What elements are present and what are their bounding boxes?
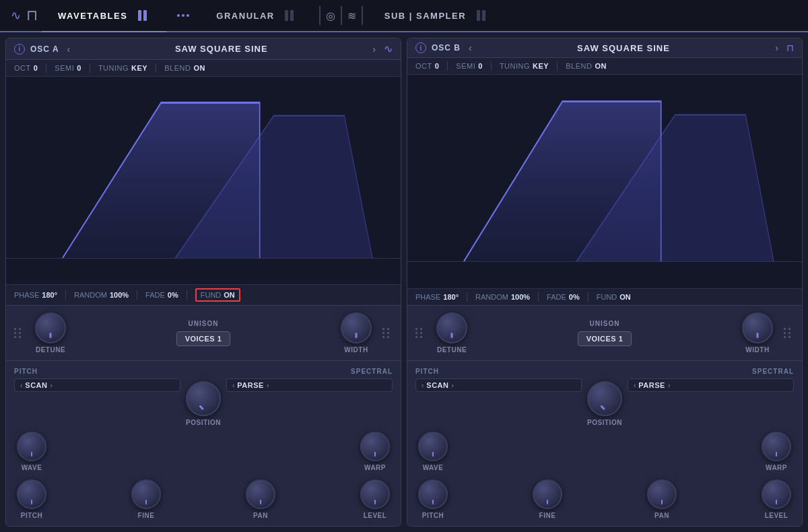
osc-a-prev-arrow[interactable]: ‹ — [65, 44, 73, 55]
osc-b-tuning-value[interactable]: KEY — [533, 62, 549, 70]
osc-a-detune-knob[interactable] — [35, 312, 66, 343]
osc-a-voices-btn[interactable]: VOICES 1 — [176, 331, 231, 346]
svg-point-0 — [177, 14, 180, 17]
osc-a-warp-knob[interactable] — [360, 432, 390, 461]
osc-b-detune-knob[interactable] — [436, 312, 467, 343]
osc-b-position-knob[interactable] — [587, 381, 622, 416]
osc-a-level-container: LEVEL — [360, 479, 390, 519]
osc-b-next-arrow[interactable]: › — [772, 42, 781, 53]
wf-divider — [65, 290, 66, 300]
osc-a-waveform-display — [6, 77, 401, 284]
osc-b-oct-label: OCT — [415, 62, 432, 70]
granular-pause-btn[interactable] — [281, 9, 298, 22]
tab-wavetables-label: WAVETABLES — [58, 11, 127, 21]
osc-a-fine-knob[interactable] — [131, 479, 161, 509]
osc-a-fund-param-highlighted[interactable]: FUND ON — [195, 288, 240, 302]
top-nav: ∿ ⊓ WAVETABLES GRANULAR ◎ ≋ SUB | SAMPLE… — [0, 0, 808, 32]
osc-b-phase-value[interactable]: 180° — [443, 293, 459, 301]
osc-a-position-container: POSITION — [186, 381, 221, 426]
osc-b-level-knob[interactable] — [762, 479, 791, 509]
osc-b-params-row: OCT 0 SEMI 0 TUNING KEY BLEND ON — [407, 58, 802, 75]
osc-b-pan-container: PAN — [647, 479, 677, 519]
osc-a-blend-value[interactable]: ON — [193, 64, 205, 72]
osc-a-next-arrow[interactable]: › — [370, 44, 378, 55]
osc-b-spectral-name: PARSE — [638, 381, 665, 389]
osc-a-random-value[interactable]: 100% — [110, 291, 129, 299]
osc-b-drag-handle-right[interactable] — [784, 328, 791, 338]
osc-b-prev-arrow[interactable]: ‹ — [466, 42, 475, 53]
osc-b-width-knob[interactable] — [742, 312, 773, 343]
osc-b-oct-value[interactable]: 0 — [435, 62, 440, 70]
osc-a-pitch-knob[interactable] — [17, 479, 46, 509]
osc-b-blend-param: BLEND ON — [566, 62, 607, 70]
osc-b-fund-param[interactable]: FUND ON — [597, 293, 631, 301]
osc-b-random-value[interactable]: 100% — [511, 293, 530, 301]
osc-b-preset-name: SAW SQUARE SINE — [480, 43, 768, 53]
osc-a-oct-value[interactable]: 0 — [34, 64, 38, 72]
osc-b-voices-btn[interactable]: VOICES 1 — [578, 331, 632, 346]
osc-a-semi-value[interactable]: 0 — [77, 64, 81, 72]
osc-b-panel: i OSC B ‹ SAW SQUARE SINE › ⊓ OCT 0 SEMI… — [407, 38, 803, 527]
osc-b-warp-knob[interactable] — [762, 432, 791, 461]
osc-a-pitch-spectral-row: PITCH ‹ SCAN › POSITION — [14, 368, 393, 426]
osc-b-spectral-header: SPECTRAL — [628, 368, 794, 375]
tab-granular[interactable]: GRANULAR — [200, 0, 313, 31]
wf-divider — [588, 292, 588, 302]
tab-wavetables[interactable]: WAVETABLES — [42, 0, 166, 31]
osc-a-blend-param: BLEND ON — [164, 64, 205, 72]
osc-a-level-label: LEVEL — [364, 512, 387, 519]
osc-b-phase-label: PHASE — [415, 293, 440, 301]
osc-a-pan-knob[interactable] — [246, 479, 275, 509]
osc-b-pan-knob[interactable] — [647, 479, 677, 509]
osc-b-blend-value[interactable]: ON — [595, 62, 607, 70]
osc-b-fade-value[interactable]: 0% — [569, 293, 580, 301]
osc-a-spectral-selector[interactable]: ‹ PARSE › — [226, 378, 393, 392]
osc-a-spectral-header: SPECTRAL — [226, 368, 393, 375]
osc-a-pitch-next-arrow: › — [50, 382, 53, 389]
osc-b-label: OSC B — [432, 43, 461, 53]
osc-b-info-icon[interactable]: i — [415, 42, 426, 53]
osc-a-wave-knob[interactable] — [17, 432, 46, 461]
osc-b-pitch-knob[interactable] — [418, 479, 448, 509]
osc-a-position-label: POSITION — [186, 419, 221, 426]
osc-b-semi-value[interactable]: 0 — [478, 62, 483, 70]
osc-a-waveform-svg — [6, 77, 401, 284]
osc-a-wave-params: PHASE 180° RANDOM 100% FADE 0% FUND ON — [6, 284, 401, 305]
osc-a-info-icon[interactable]: i — [14, 44, 25, 55]
osc-a-tuning-value[interactable]: KEY — [131, 64, 147, 72]
sine-wave-icon[interactable]: ∿ — [11, 8, 21, 23]
osc-b-wave-container: WAVE — [418, 432, 448, 471]
osc-b-spectral-title: SPECTRAL — [752, 368, 794, 375]
osc-b-fine-knob[interactable] — [533, 479, 562, 509]
osc-b-header: i OSC B ‹ SAW SQUARE SINE › ⊓ — [407, 38, 802, 58]
osc-b-wave-warp-row: WAVE WARP — [415, 432, 794, 471]
osc-a-position-knob[interactable] — [186, 381, 221, 416]
osc-a-phase-value[interactable]: 180° — [42, 291, 57, 299]
osc-a-semi-param: SEMI 0 — [55, 64, 81, 72]
osc-b-fine-container: FINE — [533, 479, 562, 519]
osc-a-pitch-knob-label: PITCH — [21, 512, 43, 519]
osc-a-drag-handle-right[interactable] — [382, 328, 390, 338]
osc-a-pitch-selector[interactable]: ‹ SCAN › — [14, 378, 180, 392]
osc-b-pitch-selector[interactable]: ‹ SCAN › — [415, 378, 582, 392]
osc-b-drag-handle[interactable] — [415, 328, 423, 338]
osc-b-wave-knob[interactable] — [418, 432, 448, 461]
square-wave-icon[interactable]: ⊓ — [26, 7, 36, 24]
osc-a-spectral-name: PARSE — [237, 381, 264, 389]
osc-b-pitch-group: PITCH ‹ SCAN › — [415, 368, 582, 392]
osc-b-unison-label: UNISON — [590, 320, 620, 327]
osc-a-width-knob[interactable] — [341, 312, 372, 343]
osc-a-fade-value[interactable]: 0% — [168, 291, 178, 299]
osc-a-spectral-group: SPECTRAL ‹ PARSE › — [226, 368, 393, 392]
svg-point-1 — [182, 14, 184, 17]
osc-b-fund-value: ON — [619, 293, 631, 301]
wavetables-pause-btn[interactable] — [134, 9, 150, 22]
sub-sampler-pause-btn[interactable] — [473, 9, 489, 22]
osc-a-random-param: RANDOM 100% — [74, 291, 129, 299]
osc-a-level-knob[interactable] — [360, 479, 390, 509]
tab-sub-sampler[interactable]: SUB | SAMPLER — [368, 0, 505, 31]
panels-row: i OSC A ‹ SAW SQUARE SINE › ∿ OCT 0 SEMI… — [0, 32, 808, 532]
osc-a-drag-handle[interactable] — [14, 328, 22, 338]
osc-b-spectral-selector[interactable]: ‹ PARSE › — [628, 378, 794, 392]
osc-a-pitch-title: PITCH — [14, 368, 38, 375]
